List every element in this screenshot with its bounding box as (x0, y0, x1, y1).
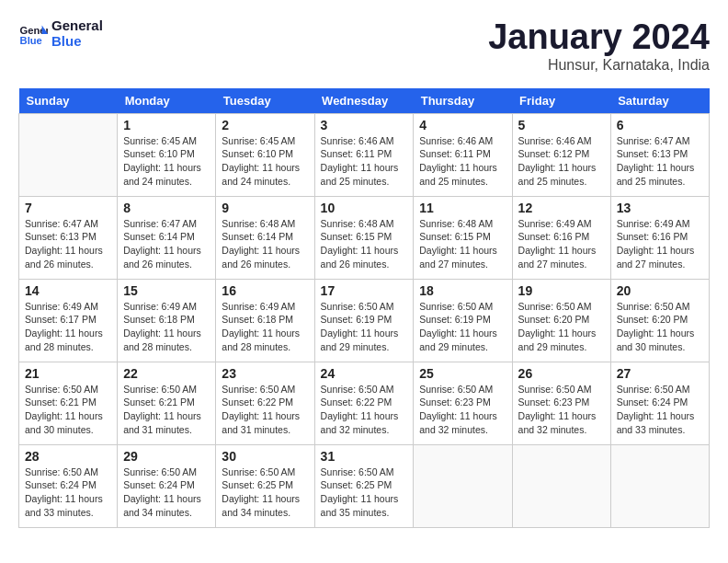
cell-info: Sunrise: 6:49 AM Sunset: 6:17 PM Dayligh… (25, 300, 111, 354)
logo-general: General (51, 18, 103, 34)
calendar-cell: 27Sunrise: 6:50 AM Sunset: 6:24 PM Dayli… (610, 362, 709, 444)
logo-icon: General Blue (18, 19, 48, 49)
cell-info: Sunrise: 6:46 AM Sunset: 6:12 PM Dayligh… (518, 134, 605, 189)
date-number: 23 (222, 366, 308, 381)
cell-info: Sunrise: 6:50 AM Sunset: 6:24 PM Dayligh… (617, 383, 703, 437)
week-row-5: 28Sunrise: 6:50 AM Sunset: 6:24 PM Dayli… (19, 444, 710, 527)
cell-info: Sunrise: 6:50 AM Sunset: 6:22 PM Dayligh… (222, 383, 308, 437)
header-row: SundayMondayTuesdayWednesdayThursdayFrid… (19, 88, 710, 114)
date-number: 21 (25, 366, 111, 381)
cell-info: Sunrise: 6:47 AM Sunset: 6:13 PM Dayligh… (617, 134, 703, 189)
title-area: January 2024 Hunsur, Karnataka, India (488, 18, 710, 74)
date-number: 17 (321, 283, 408, 298)
date-number: 14 (25, 283, 111, 298)
calendar-cell: 31Sunrise: 6:50 AM Sunset: 6:25 PM Dayli… (314, 444, 414, 527)
calendar-cell: 21Sunrise: 6:50 AM Sunset: 6:21 PM Dayli… (19, 362, 118, 444)
svg-text:Blue: Blue (20, 35, 42, 46)
cell-info: Sunrise: 6:50 AM Sunset: 6:20 PM Dayligh… (617, 300, 703, 354)
calendar-cell (512, 444, 610, 527)
calendar-table: SundayMondayTuesdayWednesdayThursdayFrid… (18, 88, 710, 528)
cell-info: Sunrise: 6:47 AM Sunset: 6:14 PM Dayligh… (123, 217, 210, 271)
date-number: 7 (25, 201, 111, 215)
date-number: 24 (321, 366, 408, 381)
date-number: 4 (419, 118, 506, 132)
date-number: 6 (617, 118, 703, 132)
week-row-1: 1Sunrise: 6:45 AM Sunset: 6:10 PM Daylig… (19, 113, 710, 196)
logo-blue: Blue (51, 34, 103, 50)
cell-info: Sunrise: 6:46 AM Sunset: 6:11 PM Dayligh… (321, 134, 408, 189)
day-header-wednesday: Wednesday (314, 88, 414, 114)
calendar-cell: 24Sunrise: 6:50 AM Sunset: 6:22 PM Dayli… (314, 362, 414, 444)
cell-info: Sunrise: 6:49 AM Sunset: 6:16 PM Dayligh… (617, 217, 703, 271)
date-number: 25 (419, 366, 506, 381)
calendar-cell: 7Sunrise: 6:47 AM Sunset: 6:13 PM Daylig… (19, 196, 118, 279)
day-header-monday: Monday (118, 88, 216, 114)
day-header-friday: Friday (512, 88, 610, 114)
date-number: 2 (222, 118, 308, 132)
calendar-cell: 23Sunrise: 6:50 AM Sunset: 6:22 PM Dayli… (216, 362, 314, 444)
calendar-subtitle: Hunsur, Karnataka, India (488, 57, 710, 74)
cell-info: Sunrise: 6:49 AM Sunset: 6:16 PM Dayligh… (518, 217, 605, 271)
date-number: 19 (518, 283, 605, 298)
calendar-cell: 15Sunrise: 6:49 AM Sunset: 6:18 PM Dayli… (118, 279, 216, 362)
cell-info: Sunrise: 6:48 AM Sunset: 6:14 PM Dayligh… (222, 217, 308, 271)
calendar-cell: 13Sunrise: 6:49 AM Sunset: 6:16 PM Dayli… (610, 196, 709, 279)
calendar-cell: 28Sunrise: 6:50 AM Sunset: 6:24 PM Dayli… (19, 444, 118, 527)
date-number: 22 (123, 366, 210, 381)
calendar-cell: 3Sunrise: 6:46 AM Sunset: 6:11 PM Daylig… (314, 113, 414, 196)
day-header-tuesday: Tuesday (216, 88, 314, 114)
calendar-cell: 12Sunrise: 6:49 AM Sunset: 6:16 PM Dayli… (512, 196, 610, 279)
cell-info: Sunrise: 6:50 AM Sunset: 6:23 PM Dayligh… (518, 383, 605, 437)
calendar-cell (414, 444, 512, 527)
calendar-cell: 19Sunrise: 6:50 AM Sunset: 6:20 PM Dayli… (512, 279, 610, 362)
cell-info: Sunrise: 6:50 AM Sunset: 6:22 PM Dayligh… (321, 383, 408, 437)
date-number: 13 (617, 201, 703, 215)
cell-info: Sunrise: 6:49 AM Sunset: 6:18 PM Dayligh… (222, 300, 308, 354)
cell-info: Sunrise: 6:45 AM Sunset: 6:10 PM Dayligh… (222, 134, 308, 189)
date-number: 26 (518, 366, 605, 381)
calendar-cell: 20Sunrise: 6:50 AM Sunset: 6:20 PM Dayli… (610, 279, 709, 362)
date-number: 12 (518, 201, 605, 215)
week-row-3: 14Sunrise: 6:49 AM Sunset: 6:17 PM Dayli… (19, 279, 710, 362)
cell-info: Sunrise: 6:47 AM Sunset: 6:13 PM Dayligh… (25, 217, 111, 271)
calendar-title: January 2024 (488, 18, 710, 57)
day-header-saturday: Saturday (610, 88, 709, 114)
date-number: 29 (123, 449, 210, 464)
date-number: 11 (419, 201, 506, 215)
cell-info: Sunrise: 6:48 AM Sunset: 6:15 PM Dayligh… (321, 217, 408, 271)
date-number: 30 (222, 449, 308, 464)
cell-info: Sunrise: 6:50 AM Sunset: 6:23 PM Dayligh… (419, 383, 506, 437)
cell-info: Sunrise: 6:50 AM Sunset: 6:24 PM Dayligh… (123, 465, 210, 520)
cell-info: Sunrise: 6:49 AM Sunset: 6:18 PM Dayligh… (123, 300, 210, 354)
calendar-cell: 18Sunrise: 6:50 AM Sunset: 6:19 PM Dayli… (414, 279, 512, 362)
cell-info: Sunrise: 6:50 AM Sunset: 6:20 PM Dayligh… (518, 300, 605, 354)
day-header-sunday: Sunday (19, 88, 118, 114)
date-number: 3 (321, 118, 408, 132)
calendar-cell: 9Sunrise: 6:48 AM Sunset: 6:14 PM Daylig… (216, 196, 314, 279)
cell-info: Sunrise: 6:50 AM Sunset: 6:24 PM Dayligh… (25, 465, 111, 520)
calendar-cell: 29Sunrise: 6:50 AM Sunset: 6:24 PM Dayli… (118, 444, 216, 527)
week-row-2: 7Sunrise: 6:47 AM Sunset: 6:13 PM Daylig… (19, 196, 710, 279)
date-number: 18 (419, 283, 506, 298)
date-number: 8 (123, 201, 210, 215)
calendar-cell: 6Sunrise: 6:47 AM Sunset: 6:13 PM Daylig… (610, 113, 709, 196)
cell-info: Sunrise: 6:50 AM Sunset: 6:25 PM Dayligh… (222, 465, 308, 520)
cell-info: Sunrise: 6:48 AM Sunset: 6:15 PM Dayligh… (419, 217, 506, 271)
date-number: 1 (123, 118, 210, 132)
calendar-cell: 2Sunrise: 6:45 AM Sunset: 6:10 PM Daylig… (216, 113, 314, 196)
calendar-cell (19, 113, 118, 196)
date-number: 31 (321, 449, 408, 464)
cell-info: Sunrise: 6:45 AM Sunset: 6:10 PM Dayligh… (123, 134, 210, 189)
cell-info: Sunrise: 6:46 AM Sunset: 6:11 PM Dayligh… (419, 134, 506, 189)
cell-info: Sunrise: 6:50 AM Sunset: 6:21 PM Dayligh… (123, 383, 210, 437)
calendar-cell: 14Sunrise: 6:49 AM Sunset: 6:17 PM Dayli… (19, 279, 118, 362)
cell-info: Sunrise: 6:50 AM Sunset: 6:21 PM Dayligh… (25, 383, 111, 437)
calendar-cell: 11Sunrise: 6:48 AM Sunset: 6:15 PM Dayli… (414, 196, 512, 279)
calendar-cell: 10Sunrise: 6:48 AM Sunset: 6:15 PM Dayli… (314, 196, 414, 279)
calendar-cell (610, 444, 709, 527)
cell-info: Sunrise: 6:50 AM Sunset: 6:25 PM Dayligh… (321, 465, 408, 520)
week-row-4: 21Sunrise: 6:50 AM Sunset: 6:21 PM Dayli… (19, 362, 710, 444)
calendar-cell: 8Sunrise: 6:47 AM Sunset: 6:14 PM Daylig… (118, 196, 216, 279)
calendar-cell: 4Sunrise: 6:46 AM Sunset: 6:11 PM Daylig… (414, 113, 512, 196)
calendar-cell: 25Sunrise: 6:50 AM Sunset: 6:23 PM Dayli… (414, 362, 512, 444)
